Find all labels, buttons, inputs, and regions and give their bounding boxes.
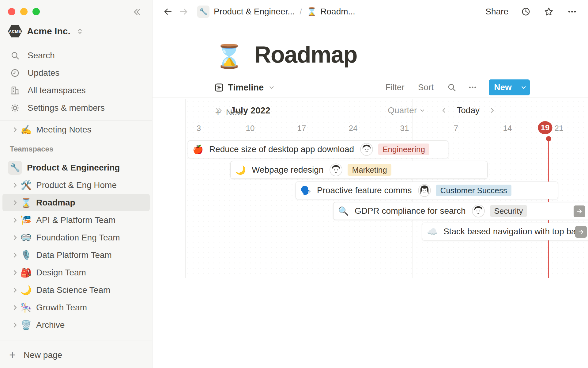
- sort-button[interactable]: Sort: [418, 82, 434, 92]
- teamspace-emoji: ⌛: [20, 197, 32, 208]
- sidebar-teamspace-item[interactable]: 🎠 🎠 Growth Team: [2, 299, 150, 316]
- timeline-card[interactable]: 🔍 GDPR compliance for search Security: [333, 202, 588, 220]
- timeline-card[interactable]: 🍎 Reduce size of desktop app download En…: [188, 140, 448, 158]
- timeline-card[interactable]: 🗣️ Proactive feature comms Customer Succ…: [296, 182, 558, 199]
- timeline-date[interactable]: 21: [555, 124, 564, 133]
- history-clock-icon[interactable]: [521, 7, 530, 16]
- window-minimize-button[interactable]: [20, 8, 28, 15]
- share-button[interactable]: Share: [485, 7, 508, 17]
- timeline-date[interactable]: 10: [246, 124, 255, 133]
- building-icon: [10, 86, 20, 95]
- open-card-arrow-button[interactable]: [574, 205, 585, 217]
- timeline-date[interactable]: 17: [297, 124, 306, 133]
- page-title[interactable]: Roadmap: [254, 41, 357, 68]
- chevron-right-icon[interactable]: [11, 304, 20, 312]
- timeline-nav: Quarter Today: [388, 105, 498, 115]
- assignee-avatar: [360, 143, 373, 156]
- more-options-icon[interactable]: [468, 83, 477, 92]
- search-icon[interactable]: [447, 83, 456, 92]
- timeline-today-button[interactable]: Today: [457, 105, 480, 115]
- card-title: Proactive feature comms: [317, 186, 412, 195]
- sidebar-item-settings[interactable]: Settings & members: [0, 99, 152, 117]
- sidebar-collapse-icon[interactable]: [131, 7, 142, 17]
- filter-button[interactable]: Filter: [385, 82, 404, 92]
- timeline-date[interactable]: 24: [349, 124, 358, 133]
- timeline-dates-row: 3101724317141921: [153, 121, 588, 136]
- sidebar-item-label: Updates: [28, 68, 59, 78]
- topbar: 🔧 Product & Engineer... / ⌛ Roadm... Sha…: [153, 0, 588, 23]
- window-close-button[interactable]: [8, 8, 15, 15]
- timeline-date[interactable]: 3: [197, 124, 201, 133]
- timeline-date[interactable]: 7: [454, 124, 458, 133]
- team-tag: Engineering: [378, 144, 429, 155]
- plus-icon: +: [215, 107, 221, 118]
- workspace-switch-icon: [76, 27, 84, 35]
- tab-timeline-view[interactable]: Timeline: [214, 82, 275, 93]
- toolbar-divider: [153, 98, 588, 98]
- chevron-right-icon[interactable]: [11, 286, 20, 294]
- timeline-card[interactable]: 🌙 Webpage redesign Marketing: [230, 161, 488, 179]
- favorite-star-icon[interactable]: [544, 7, 554, 17]
- sidebar-item-meeting-notes[interactable]: ✍️ Meeting Notes: [2, 121, 150, 138]
- teamspace-label: Design Team: [36, 268, 86, 278]
- sidebar-item-updates[interactable]: Updates: [0, 64, 152, 82]
- teamspace-emoji: 🎒: [20, 267, 32, 278]
- forward-arrow-button[interactable]: [179, 7, 189, 17]
- new-button-dropdown[interactable]: [517, 79, 530, 95]
- breadcrumb-page[interactable]: Roadm...: [320, 7, 355, 17]
- workspace-switcher[interactable]: ACME Acme Inc.: [8, 25, 84, 37]
- page-icon-hourglass[interactable]: ⌛: [215, 45, 243, 68]
- sidebar: ACME Acme Inc. Search Updates All teamsp…: [0, 0, 153, 368]
- sidebar-teamspace-item[interactable]: 🔧 🔧 Product & Engineering: [2, 159, 150, 176]
- chevron-right-icon[interactable]: [11, 269, 20, 277]
- card-emoji-icon: ☁️: [427, 227, 438, 237]
- chevron-right-icon[interactable]: [11, 321, 20, 329]
- timeline-date[interactable]: 31: [400, 124, 409, 133]
- teamspace-icon-tile: 🔧: [8, 161, 22, 175]
- new-button-label[interactable]: New: [489, 79, 517, 95]
- timeline-date[interactable]: 19: [538, 121, 552, 134]
- open-card-arrow-button[interactable]: [575, 226, 587, 238]
- sidebar-teamspace-item[interactable]: 🎏 🎏 API & Platform Team: [2, 211, 150, 229]
- sidebar-teamspace-item[interactable]: 🎒 🎒 Design Team: [2, 264, 150, 281]
- new-page-button[interactable]: + New page: [0, 346, 152, 364]
- timeline-next-icon[interactable]: [486, 106, 498, 114]
- chevron-right-icon[interactable]: [11, 199, 20, 207]
- timeline-card[interactable]: ☁️ Stack based navigation with top bar: [422, 223, 588, 240]
- sidebar-teamspace-item[interactable]: 🌙 🌙 Data Science Team: [2, 281, 150, 299]
- more-options-icon[interactable]: [567, 7, 577, 17]
- breadcrumb-teamspace-icon: 🔧: [197, 6, 209, 18]
- timeline-new-row-button[interactable]: + New: [215, 107, 243, 118]
- back-arrow-button[interactable]: [163, 7, 173, 17]
- sidebar-teamspace-item[interactable]: 🛠️ 🛠️ Product & Eng Home: [2, 176, 150, 194]
- sidebar-teamspace-item[interactable]: ⌛ ⌛ Roadmap: [2, 194, 150, 211]
- chevron-right-icon[interactable]: [11, 251, 20, 259]
- window-zoom-button[interactable]: [32, 8, 40, 15]
- timeline-date[interactable]: 14: [503, 124, 512, 133]
- new-button[interactable]: New: [489, 79, 530, 95]
- chevron-right-icon[interactable]: [11, 234, 20, 242]
- view-toolbar: Timeline Filter Sort New: [214, 79, 530, 96]
- sidebar-item-search[interactable]: Search: [0, 47, 152, 64]
- timeline-zoom-select[interactable]: Quarter: [388, 105, 425, 115]
- sidebar-teamspace-item[interactable]: 🎙️ 🎙️ Data Platform Team: [2, 246, 150, 264]
- teamspace-emoji: 🥽: [20, 232, 32, 243]
- assignee-avatar: [472, 205, 485, 217]
- breadcrumb-parent[interactable]: Product & Engineer...: [214, 7, 295, 17]
- timeline-new-label: New: [226, 108, 243, 117]
- sidebar-teamspace-item[interactable]: 🗑️ 🗑️ Archive: [2, 316, 150, 334]
- card-emoji-icon: 🍎: [193, 144, 203, 155]
- sidebar-divider: [0, 120, 152, 121]
- chevron-right-icon[interactable]: [11, 216, 20, 224]
- chevron-right-icon[interactable]: [11, 126, 20, 134]
- teamspace-emoji: 🎠: [20, 302, 32, 313]
- sidebar-teamspace-item[interactable]: 🥽 🥽 Foundation Eng Team: [2, 229, 150, 246]
- timeline-prev-icon[interactable]: [438, 106, 450, 114]
- team-tag: Marketing: [348, 164, 391, 176]
- teamspace-label: Roadmap: [36, 198, 75, 208]
- chevron-right-icon[interactable]: [11, 181, 20, 189]
- sidebar-item-all-teamspaces[interactable]: All teamspaces: [0, 82, 152, 99]
- teamspace-label: Foundation Eng Team: [36, 233, 120, 243]
- main-area: 🔧 Product & Engineer... / ⌛ Roadm... Sha…: [153, 0, 588, 368]
- assignee-avatar: [418, 184, 431, 197]
